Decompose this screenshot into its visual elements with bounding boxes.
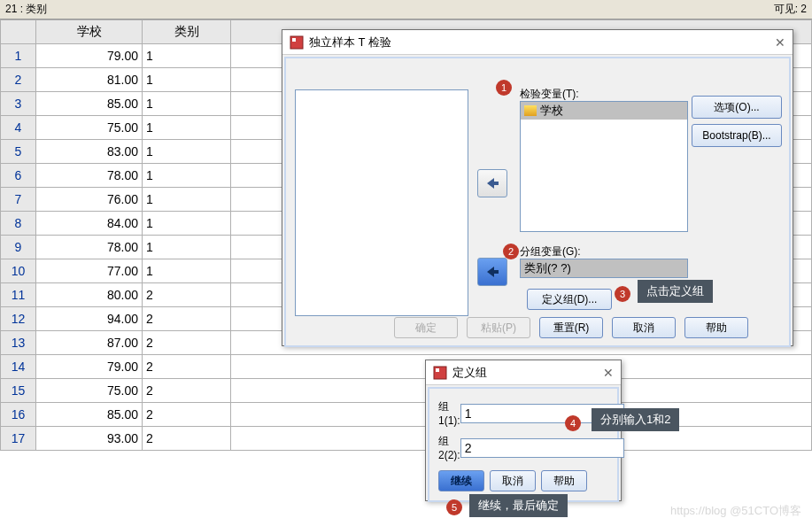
row-number[interactable]: 17: [1, 427, 36, 451]
testvar-label: 检验变量(T):: [520, 87, 579, 102]
row-number[interactable]: 7: [1, 188, 36, 212]
cell-school[interactable]: 75.00: [36, 116, 143, 140]
groupvar-value: 类别(? ?): [524, 261, 571, 275]
row-number[interactable]: 2: [1, 68, 36, 92]
dialog-title-text: 独立样本 T 检验: [309, 35, 391, 50]
row-number[interactable]: 5: [1, 140, 36, 164]
cell-category[interactable]: 1: [143, 116, 231, 140]
cell-school[interactable]: 87.00: [36, 331, 143, 355]
row-number[interactable]: 1: [1, 44, 36, 68]
cell-school[interactable]: 76.00: [36, 188, 143, 212]
testvar-list[interactable]: 学校: [520, 101, 688, 232]
define-groups-button[interactable]: 定义组(D)...: [527, 289, 612, 310]
row-number[interactable]: 6: [1, 164, 36, 188]
row-number[interactable]: 11: [1, 283, 36, 307]
cell-category[interactable]: 1: [143, 68, 231, 92]
row-number[interactable]: 15: [1, 379, 36, 403]
group2-input[interactable]: [460, 438, 624, 458]
cell-school[interactable]: 77.00: [36, 259, 143, 283]
table-row[interactable]: 1793.002: [1, 427, 812, 451]
close-icon[interactable]: ✕: [775, 35, 785, 50]
watermark: https://blog @51CTO博客: [670, 503, 801, 519]
cell-category[interactable]: 1: [143, 212, 231, 236]
ok-button[interactable]: 确定: [394, 317, 458, 338]
groupvar-label: 分组变量(G):: [520, 244, 581, 259]
cell-school[interactable]: 80.00: [36, 283, 143, 307]
groupvar-box[interactable]: 类别(? ?): [520, 259, 688, 278]
reset-button[interactable]: 重置(R): [539, 317, 603, 338]
info-bar: 21 : 类别 可见: 2: [0, 0, 812, 19]
header-category[interactable]: 类别: [143, 20, 231, 44]
table-row[interactable]: 1479.002: [1, 355, 812, 379]
cell-category[interactable]: 1: [143, 92, 231, 116]
annotation-badge-4: 4: [565, 415, 581, 431]
dialog-titlebar[interactable]: 独立样本 T 检验 ✕: [282, 30, 793, 55]
app-icon: [290, 35, 304, 50]
row-number[interactable]: 8: [1, 212, 36, 236]
row-number[interactable]: 14: [1, 355, 36, 379]
row-number[interactable]: 4: [1, 116, 36, 140]
annotation-badge-3: 3: [615, 286, 630, 302]
cell-category[interactable]: 2: [143, 283, 231, 307]
row-number[interactable]: 16: [1, 403, 36, 427]
cell-category[interactable]: 2: [143, 307, 231, 331]
paste-button[interactable]: 粘贴(P): [467, 317, 530, 338]
table-row[interactable]: 1575.002: [1, 379, 812, 403]
testvar-item[interactable]: 学校: [521, 102, 687, 120]
cell-school[interactable]: 85.00: [36, 92, 143, 116]
annotation-tip-5: 继续，最后确定: [469, 494, 568, 517]
header-school[interactable]: 学校: [36, 20, 143, 44]
cell-school[interactable]: 79.00: [36, 44, 143, 68]
svg-rect-3: [436, 368, 439, 372]
dialog2-titlebar[interactable]: 定义组 ✕: [426, 360, 621, 385]
help-button[interactable]: 帮助: [684, 317, 748, 338]
row-number[interactable]: 3: [1, 92, 36, 116]
header-rownum: [1, 20, 36, 44]
annotation-badge-5: 5: [446, 499, 462, 515]
cell-category[interactable]: 1: [143, 164, 231, 188]
cell-school[interactable]: 75.00: [36, 379, 143, 403]
cell-school[interactable]: 78.00: [36, 164, 143, 188]
scale-icon: [524, 105, 537, 116]
cell-category[interactable]: 1: [143, 188, 231, 212]
annotation-badge-2: 2: [503, 244, 519, 259]
row-number[interactable]: 10: [1, 259, 36, 283]
help-button-2[interactable]: 帮助: [541, 470, 587, 491]
group2-label: 组 2(2):: [438, 434, 460, 461]
table-row[interactable]: 1685.002: [1, 403, 812, 427]
move-to-groupvar-button[interactable]: [477, 258, 507, 286]
cell-school[interactable]: 94.00: [36, 307, 143, 331]
cell-category[interactable]: 1: [143, 259, 231, 283]
row-number[interactable]: 13: [1, 331, 36, 355]
cell-category[interactable]: 2: [143, 427, 231, 451]
cancel-button-2[interactable]: 取消: [490, 470, 536, 491]
cell-school[interactable]: 81.00: [36, 68, 143, 92]
row-number[interactable]: 9: [1, 236, 36, 259]
continue-button[interactable]: 继续: [438, 470, 484, 491]
visible-count: 可见: 2: [774, 2, 807, 17]
cell-school[interactable]: 79.00: [36, 355, 143, 379]
svg-rect-1: [292, 38, 296, 42]
cancel-button[interactable]: 取消: [612, 317, 676, 338]
cell-category[interactable]: 2: [143, 403, 231, 427]
cell-school[interactable]: 85.00: [36, 403, 143, 427]
cell-school[interactable]: 84.00: [36, 212, 143, 236]
cell-category[interactable]: 1: [143, 236, 231, 259]
options-button[interactable]: 选项(O)...: [692, 96, 782, 119]
source-var-list[interactable]: [295, 89, 468, 316]
bootstrap-button[interactable]: Bootstrap(B)...: [692, 124, 782, 147]
cell-category[interactable]: 1: [143, 140, 231, 164]
group1-label: 组 1(1):: [438, 399, 460, 427]
close-icon[interactable]: ✕: [603, 366, 614, 380]
row-number[interactable]: 12: [1, 307, 36, 331]
cell-category[interactable]: 2: [143, 355, 231, 379]
cell-school[interactable]: 78.00: [36, 236, 143, 259]
cell-category[interactable]: 2: [143, 331, 231, 355]
cell-category[interactable]: 2: [143, 379, 231, 403]
move-to-testvar-button[interactable]: [477, 169, 507, 197]
annotation-tip-3: 点击定义组: [638, 280, 713, 303]
testvar-item-label: 学校: [540, 103, 563, 119]
cell-school[interactable]: 93.00: [36, 427, 143, 451]
cell-category[interactable]: 1: [143, 44, 231, 68]
cell-school[interactable]: 83.00: [36, 140, 143, 164]
